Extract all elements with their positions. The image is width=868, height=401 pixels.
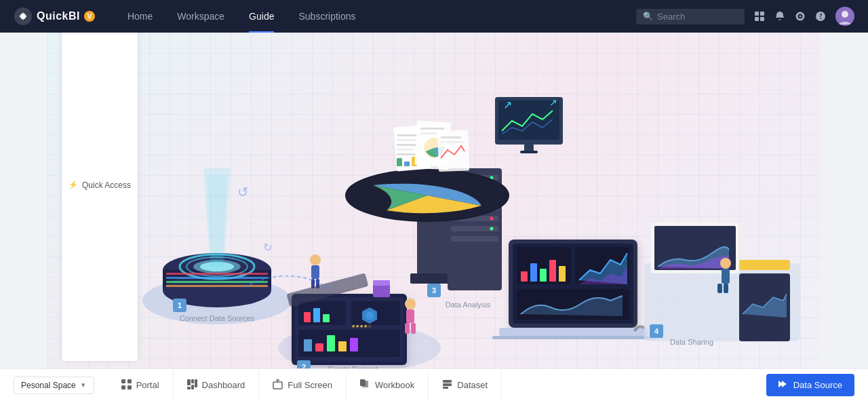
data-source-label: Data Source <box>793 380 842 390</box>
svg-rect-92 <box>405 323 410 334</box>
data-source-icon <box>778 379 788 391</box>
svg-point-1 <box>20 14 26 19</box>
svg-rect-127 <box>127 379 132 383</box>
svg-rect-58 <box>420 128 444 130</box>
svg-text:Connect Data Sources: Connect Data Sources <box>180 314 255 322</box>
nav-right: 🔍 <box>636 7 854 26</box>
portal-label: Portal <box>136 380 159 390</box>
grid-icon[interactable] <box>754 11 765 22</box>
logo-text: QuickBI <box>37 10 80 22</box>
svg-rect-131 <box>191 379 194 383</box>
quick-access-label: Quick Access <box>82 180 131 190</box>
svg-rect-75 <box>298 330 400 357</box>
nav-dataset[interactable]: Dataset <box>429 369 502 402</box>
nav-workbook[interactable]: Workbook <box>347 369 429 402</box>
svg-rect-2 <box>755 12 759 16</box>
svg-point-80 <box>366 311 374 320</box>
workbook-label: Workbook <box>375 380 414 390</box>
help-icon[interactable] <box>815 11 826 22</box>
svg-rect-62 <box>441 136 461 138</box>
quick-access-button[interactable]: ⚡ Quick Access <box>61 33 138 362</box>
avatar[interactable] <box>835 7 854 26</box>
lightning-icon: ⚡ <box>68 180 78 189</box>
dashboard-icon <box>187 379 197 392</box>
nav-subscriptions[interactable]: Subscriptions <box>286 0 368 33</box>
svg-point-90 <box>405 299 416 309</box>
svg-rect-52 <box>397 149 414 151</box>
svg-rect-78 <box>323 314 330 322</box>
svg-rect-130 <box>187 379 191 385</box>
svg-rect-59 <box>420 132 437 134</box>
svg-text:4: 4 <box>654 327 659 335</box>
main-illustration: 1 Connect Data Sources <box>47 33 821 368</box>
svg-text:↺: ↺ <box>237 185 249 199</box>
svg-rect-96 <box>373 280 390 286</box>
svg-rect-69 <box>520 151 538 153</box>
svg-point-26 <box>310 254 321 265</box>
svg-rect-30 <box>417 212 451 280</box>
svg-rect-4 <box>755 17 759 21</box>
svg-rect-76 <box>304 312 311 322</box>
svg-text:Data Sharing: Data Sharing <box>670 338 713 346</box>
data-source-button[interactable]: Data Source <box>766 374 854 396</box>
svg-rect-100 <box>521 271 528 282</box>
svg-rect-119 <box>717 284 722 293</box>
svg-rect-82 <box>315 343 323 351</box>
svg-rect-20 <box>166 277 268 279</box>
space-dropdown-label: Pesonal Space <box>21 381 76 390</box>
nav-fullscreen[interactable]: Full Screen <box>259 369 347 402</box>
logo-area[interactable]: QuickBI V <box>14 7 95 26</box>
svg-rect-134 <box>191 385 194 389</box>
portal-icon <box>121 379 132 392</box>
svg-rect-27 <box>311 265 319 279</box>
svg-rect-93 <box>411 323 416 334</box>
bottom-nav-items: Portal Dashboard Full Screen Workbook Da… <box>108 369 766 402</box>
svg-rect-101 <box>530 263 537 282</box>
svg-rect-81 <box>304 339 312 351</box>
svg-rect-91 <box>406 309 414 323</box>
settings-icon[interactable] <box>795 11 806 22</box>
svg-rect-126 <box>121 379 125 383</box>
dropdown-arrow-icon: ▼ <box>80 381 87 389</box>
svg-rect-85 <box>350 338 358 351</box>
svg-rect-39 <box>451 236 498 242</box>
svg-rect-140 <box>361 380 366 386</box>
svg-text:Data Analysis: Data Analysis <box>446 301 491 309</box>
nav-workspace[interactable]: Workspace <box>165 0 237 33</box>
svg-rect-54 <box>397 158 402 166</box>
bell-icon[interactable] <box>774 11 785 22</box>
search-input[interactable] <box>657 12 738 22</box>
dataset-label: Dataset <box>457 380 488 390</box>
main-content: 1 Connect Data Sources <box>47 33 821 368</box>
bottom-bar: Pesonal Space ▼ Portal Dashboard Full Sc… <box>0 368 868 401</box>
nav-portal[interactable]: Portal <box>108 369 174 402</box>
svg-text:3: 3 <box>432 286 436 294</box>
quickbi-logo-icon <box>14 7 33 26</box>
nav-home[interactable]: Home <box>115 0 165 33</box>
nav-guide[interactable]: Guide <box>237 0 286 33</box>
search-icon: 🔍 <box>643 12 653 21</box>
svg-rect-118 <box>722 269 730 284</box>
nav-links: Home Workspace Guide Subscriptions <box>115 0 636 33</box>
svg-rect-143 <box>443 387 448 389</box>
svg-rect-141 <box>443 380 452 383</box>
svg-rect-3 <box>760 12 764 16</box>
svg-rect-83 <box>327 335 335 351</box>
svg-rect-50 <box>397 139 417 141</box>
search-box[interactable]: 🔍 <box>636 9 745 24</box>
illustration-scene: 1 Connect Data Sources <box>47 33 821 368</box>
svg-rect-102 <box>540 269 547 282</box>
svg-rect-133 <box>187 387 191 389</box>
space-dropdown[interactable]: Pesonal Space ▼ <box>14 377 94 394</box>
svg-point-6 <box>800 16 802 18</box>
svg-text:★★★★☆: ★★★★☆ <box>351 324 372 328</box>
svg-rect-77 <box>313 308 320 322</box>
svg-rect-63 <box>441 141 465 143</box>
nav-dashboard[interactable]: Dashboard <box>174 369 260 402</box>
svg-rect-68 <box>524 145 534 151</box>
svg-rect-129 <box>127 385 132 389</box>
svg-text:↗: ↗ <box>503 99 512 111</box>
version-badge: V <box>84 11 95 22</box>
fullscreen-icon <box>273 379 283 392</box>
navbar: QuickBI V Home Workspace Guide Subscript… <box>0 0 868 33</box>
